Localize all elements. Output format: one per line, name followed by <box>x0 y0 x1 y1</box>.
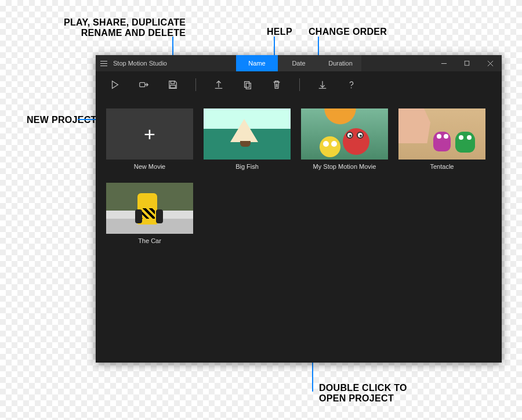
project-tile[interactable]: Tentacle <box>398 108 485 170</box>
project-thumb <box>301 108 388 160</box>
project-label: My Stop Motion Movie <box>301 163 388 170</box>
new-project-thumb: + <box>106 108 193 160</box>
window-maximize-icon[interactable] <box>455 55 478 71</box>
project-thumb <box>204 108 291 160</box>
project-tile[interactable]: My Stop Motion Movie <box>301 108 388 170</box>
project-gallery: + New Movie Big Fish My Stop Motion Movi… <box>96 98 502 363</box>
project-label: Big Fish <box>204 163 291 170</box>
annotation-new-project: NEW PROJECT <box>27 115 97 125</box>
svg-rect-10 <box>246 83 251 89</box>
sort-tab-name[interactable]: Name <box>236 55 278 71</box>
svg-marker-4 <box>113 81 118 89</box>
svg-rect-5 <box>140 82 145 86</box>
project-tile[interactable]: Big Fish <box>204 108 291 170</box>
project-label: Tentacle <box>398 163 485 170</box>
import-icon[interactable] <box>316 78 329 91</box>
sort-tab-duration[interactable]: Duration <box>320 55 361 71</box>
help-icon[interactable] <box>345 78 358 91</box>
app-title: Stop Motion Studio <box>113 60 167 67</box>
project-label: The Car <box>106 237 193 244</box>
save-icon[interactable] <box>166 78 179 91</box>
delete-icon[interactable] <box>270 78 283 91</box>
share-icon[interactable] <box>137 78 150 91</box>
toolbar-separator <box>195 78 196 91</box>
export-icon[interactable] <box>212 78 225 91</box>
sort-tabs: Name Date Duration <box>236 55 361 71</box>
svg-rect-7 <box>171 85 176 88</box>
annotation-change-order: CHANGE ORDER <box>309 27 387 37</box>
annotation-double-click: DOUBLE CLICK TO OPEN PROJECT <box>319 383 407 404</box>
toolbar-separator-2 <box>299 78 300 91</box>
project-thumb <box>106 183 193 234</box>
sort-tab-date[interactable]: Date <box>278 55 320 71</box>
project-label: New Movie <box>106 163 193 170</box>
play-icon[interactable] <box>108 78 121 91</box>
toolbar <box>96 71 502 98</box>
app-window: Stop Motion Studio Name Date Duration <box>96 55 502 363</box>
annotation-toolbar: PLAY, SHARE, DUPLICATE RENAME AND DELETE <box>64 17 186 39</box>
svg-rect-9 <box>245 82 249 88</box>
svg-point-14 <box>351 88 352 89</box>
annotation-help: HELP <box>267 27 292 37</box>
new-project-tile[interactable]: + New Movie <box>106 108 193 170</box>
project-tile[interactable]: The Car <box>106 183 193 244</box>
window-controls <box>432 55 502 71</box>
project-thumb <box>398 108 485 160</box>
window-close-icon[interactable] <box>478 55 502 71</box>
window-minimize-icon[interactable] <box>432 55 455 71</box>
svg-rect-6 <box>171 81 174 84</box>
plus-icon: + <box>144 123 155 146</box>
svg-rect-1 <box>465 61 469 66</box>
hamburger-menu-icon[interactable] <box>96 55 112 71</box>
title-bar: Stop Motion Studio Name Date Duration <box>96 55 502 71</box>
duplicate-icon[interactable] <box>241 78 254 91</box>
